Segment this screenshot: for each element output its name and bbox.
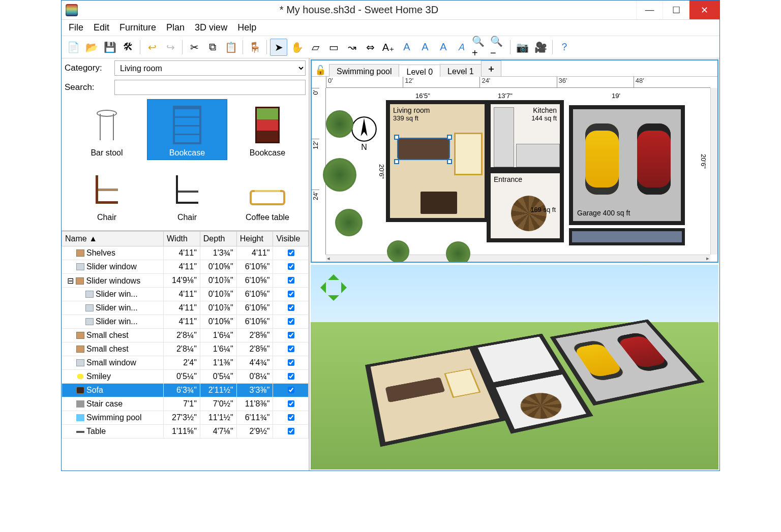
furniture-table[interactable]	[420, 192, 457, 214]
visible-checkbox[interactable]	[288, 400, 294, 407]
open-file-icon[interactable]: 📂	[83, 39, 100, 56]
lock-icon[interactable]: 🔓	[314, 64, 327, 76]
italic-icon[interactable]: 𝘈	[453, 39, 470, 56]
visible-checkbox[interactable]	[288, 359, 294, 366]
save-file-icon[interactable]: 💾	[101, 39, 118, 56]
menu-file[interactable]: File	[65, 21, 87, 34]
category-select[interactable]: Living room	[114, 60, 306, 76]
menu-edit[interactable]: Edit	[89, 21, 113, 34]
room-living[interactable]: Living room 339 sq ft	[386, 100, 489, 222]
level-tab[interactable]: Swimming pool	[329, 64, 399, 78]
create-rooms-icon[interactable]: ▭	[325, 39, 342, 56]
create-walls-icon[interactable]: ▱	[307, 39, 324, 56]
maximize-button[interactable]: ☐	[663, 1, 689, 19]
furniture-car-yellow[interactable]	[585, 123, 619, 195]
visible-checkbox[interactable]	[288, 428, 294, 434]
preferences-icon[interactable]: 🛠	[119, 39, 137, 56]
visible-checkbox[interactable]	[288, 414, 294, 421]
menu-help[interactable]: Help	[233, 21, 260, 34]
menu-3d-view[interactable]: 3D view	[191, 21, 231, 34]
furniture-car-red[interactable]	[637, 123, 671, 195]
create-dimensions-icon[interactable]: ⇔	[362, 39, 379, 56]
plan-scrollbar-vertical[interactable]	[710, 88, 717, 255]
catalog-item[interactable]: Bookcase	[227, 99, 308, 160]
visible-checkbox[interactable]	[288, 387, 294, 393]
visible-checkbox[interactable]	[288, 346, 294, 352]
table-row[interactable]: Slider win...4'11"0'10⅝"6'10⅝"	[62, 315, 309, 329]
bold-icon[interactable]: A	[435, 39, 452, 56]
minimize-button[interactable]: —	[636, 1, 663, 19]
table-row[interactable]: Shelves4'11"1'3¾"4'11"	[62, 246, 309, 260]
close-button[interactable]: ✕	[689, 1, 719, 19]
create-polylines-icon[interactable]: ↝	[343, 39, 361, 56]
decrease-text-icon[interactable]: A	[416, 39, 434, 56]
table-row[interactable]: Sofa6'3¾"2'11½"3'3⅜"	[62, 384, 309, 397]
cut-icon[interactable]: ✂	[186, 39, 203, 56]
nav-left-icon[interactable]	[315, 282, 326, 293]
plan-scrollbar-horizontal[interactable]: ◂▸	[326, 255, 710, 262]
furniture-staircase[interactable]	[511, 196, 547, 231]
room-kitchen[interactable]: Kitchen144 sq ft	[487, 100, 564, 171]
help-icon[interactable]: ？	[556, 39, 573, 56]
column-header[interactable]: Width	[164, 232, 200, 246]
visible-checkbox[interactable]	[288, 318, 294, 325]
photo-icon[interactable]: 📷	[514, 39, 531, 56]
room-entrance[interactable]: Entrance 169 sq ft	[487, 169, 564, 242]
video-icon[interactable]: 🎥	[532, 39, 549, 56]
select-tool-icon[interactable]: ➤	[270, 39, 287, 56]
column-header[interactable]: Name ▲	[62, 232, 164, 246]
new-file-icon[interactable]: 📄	[65, 39, 82, 56]
table-row[interactable]: Slider win...4'11"0'10⅞"6'10⅝"	[62, 288, 309, 301]
add-level-button[interactable]: ＋	[481, 60, 501, 76]
catalog-item[interactable]: Coffee table	[227, 164, 308, 225]
add-furniture-icon[interactable]: 🪑	[246, 39, 263, 56]
plan-canvas[interactable]: 0'12'24'36'48' 0'12'24' ◂▸ N	[312, 77, 717, 262]
zoom-out-icon[interactable]: 🔍−	[490, 39, 507, 56]
nav-down-icon[interactable]	[328, 295, 339, 306]
undo-icon[interactable]: ↩	[143, 39, 161, 56]
paste-icon[interactable]: 📋	[222, 39, 239, 56]
furniture-sofa[interactable]	[397, 138, 450, 160]
column-header[interactable]: Height	[236, 232, 273, 246]
collapse-icon[interactable]: ⊟	[67, 276, 76, 285]
level-tab[interactable]: Level 1	[440, 64, 482, 78]
nav-3d-control[interactable]	[316, 270, 351, 305]
increase-text-icon[interactable]: A	[398, 39, 415, 56]
zoom-in-icon[interactable]: 🔍+	[471, 39, 489, 56]
copy-icon[interactable]: ⧉	[204, 39, 221, 56]
table-row[interactable]: Slider window4'11"0'10⅝"6'10⅝"	[62, 260, 309, 274]
table-row[interactable]: Stair case7'1"7'0½"11'8⅜"	[62, 397, 309, 411]
menu-plan[interactable]: Plan	[162, 21, 189, 34]
furniture-table[interactable]: Name ▲WidthDepthHeightVisible Shelves4'1…	[62, 231, 309, 471]
visible-checkbox[interactable]	[288, 304, 294, 311]
catalog-item[interactable]: Bookcase	[147, 99, 227, 160]
create-text-icon[interactable]: A₊	[380, 39, 397, 56]
visible-checkbox[interactable]	[288, 277, 294, 284]
table-row[interactable]: Small chest2'8¼"1'6¼"2'8⅝"	[62, 329, 309, 342]
catalog-item[interactable]: Bar stool	[67, 99, 147, 160]
visible-checkbox[interactable]	[288, 263, 294, 270]
compass-icon[interactable]: N	[349, 115, 379, 155]
catalog-item[interactable]: Chair	[67, 164, 147, 225]
table-row[interactable]: Smiley0'5¼"0'5¼"0'8¼"	[62, 370, 309, 384]
search-input[interactable]	[114, 80, 306, 95]
table-row[interactable]: Table1'11⅝"4'7⅛"2'9½"	[62, 425, 309, 439]
nav-up-icon[interactable]	[328, 269, 339, 280]
redo-icon[interactable]: ↪	[162, 39, 179, 56]
column-header[interactable]: Depth	[200, 232, 236, 246]
room-garage[interactable]: Garage 400 sq ft	[569, 105, 685, 225]
table-row[interactable]: ⊟ Slider windows14'9⅛"0'10⅞"6'10⅝"	[62, 274, 309, 288]
column-header[interactable]: Visible	[273, 232, 309, 246]
furniture-rug[interactable]	[454, 133, 483, 175]
pan-tool-icon[interactable]: ✋	[288, 39, 306, 56]
table-row[interactable]: Small window2'4"1'1⅜"4'4¾"	[62, 356, 309, 370]
table-row[interactable]: Small chest2'8¼"1'6¼"2'8⅝"	[62, 342, 309, 356]
table-row[interactable]: Swimming pool27'3½"11'1½"6'11¾"	[62, 411, 309, 425]
visible-checkbox[interactable]	[288, 249, 294, 256]
view-3d[interactable]	[311, 265, 718, 470]
visible-checkbox[interactable]	[288, 373, 294, 380]
table-row[interactable]: Slider win...4'11"0'10⅞"6'10⅝"	[62, 301, 309, 315]
catalog-item[interactable]: Chair	[147, 164, 227, 225]
visible-checkbox[interactable]	[288, 332, 294, 338]
visible-checkbox[interactable]	[288, 291, 294, 297]
